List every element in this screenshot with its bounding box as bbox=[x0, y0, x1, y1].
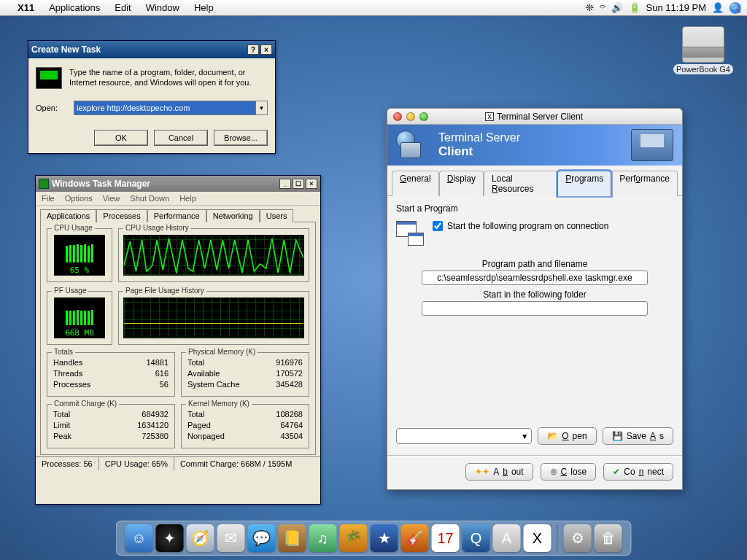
minimize-traffic-button[interactable] bbox=[406, 112, 415, 121]
start-a-program-label: Start a Program bbox=[396, 203, 673, 214]
ok-button[interactable]: OK bbox=[94, 130, 148, 146]
ts-banner: Terminal Server Client bbox=[387, 125, 682, 166]
dock-ichat[interactable]: 💬 bbox=[248, 524, 276, 552]
dock-iphoto[interactable]: 🌴 bbox=[340, 524, 368, 552]
dock-separator bbox=[557, 524, 558, 552]
pf-value: 668 MB bbox=[65, 328, 94, 338]
volume-icon[interactable]: 🔊 bbox=[611, 2, 623, 13]
ts-tab-isplay[interactable]: Display bbox=[439, 171, 484, 196]
profile-combo[interactable]: ▼ bbox=[396, 428, 532, 444]
about-button[interactable]: ✦✦About bbox=[465, 463, 533, 481]
kernel-box: Kernel Memory (K) Total108268 Paged64764… bbox=[181, 404, 309, 448]
tm-menu-options[interactable]: Options bbox=[65, 194, 93, 203]
run-icon bbox=[36, 67, 62, 89]
mac-titlebar[interactable]: XTerminal Server Client bbox=[387, 109, 682, 125]
bluetooth-icon[interactable]: ❊ bbox=[586, 2, 594, 13]
cpu-history-box: CPU Usage History bbox=[118, 228, 309, 282]
close-button[interactable]: × bbox=[260, 44, 272, 55]
dock-system-preferences[interactable]: ⚙ bbox=[564, 524, 592, 552]
run-description: Type the name of a program, folder, docu… bbox=[69, 67, 268, 89]
user-icon[interactable]: 👤 bbox=[712, 2, 724, 13]
dock-quicktime[interactable]: Q bbox=[462, 524, 490, 552]
banner-title1: Terminal Server bbox=[438, 131, 520, 144]
dock-garageband[interactable]: 🎸 bbox=[401, 524, 429, 552]
open-folder-icon: 📂 bbox=[547, 431, 558, 441]
tm-statusbar: Processes: 56 CPU Usage: 65% Commit Char… bbox=[36, 456, 320, 470]
help-button[interactable]: ? bbox=[247, 44, 259, 55]
dock-imovie[interactable]: ★ bbox=[371, 524, 398, 552]
close-button[interactable]: × bbox=[306, 179, 317, 189]
menu-help[interactable]: Help bbox=[187, 2, 221, 13]
start-folder-label: Start in the following folder bbox=[396, 289, 673, 300]
tm-icon bbox=[39, 179, 49, 189]
dock-x11[interactable]: X bbox=[524, 524, 551, 552]
dock-trash[interactable]: 🗑 bbox=[595, 524, 622, 552]
dock-addressbook[interactable]: 📒 bbox=[279, 524, 306, 552]
close-traffic-button[interactable] bbox=[393, 112, 402, 121]
cancel-button[interactable]: Cancel bbox=[154, 130, 208, 146]
banner-title2: Client bbox=[438, 144, 520, 159]
pf-usage-box: PF Usage 668 MB bbox=[47, 291, 112, 345]
minimize-button[interactable]: _ bbox=[279, 179, 291, 189]
tm-menu-view[interactable]: View bbox=[103, 194, 120, 203]
start-folder-input[interactable] bbox=[422, 301, 648, 316]
open-input[interactable] bbox=[74, 101, 256, 115]
physmem-label: Physical Memory (K) bbox=[186, 348, 258, 356]
ts-tab-eneral[interactable]: General bbox=[392, 171, 439, 196]
ts-banner-icon bbox=[396, 131, 430, 160]
desktop-drive[interactable]: PowerBook G4 bbox=[673, 26, 734, 74]
tm-titlebar[interactable]: Windows Task Manager _ ☐ × bbox=[36, 176, 320, 192]
check-icon: ✔ bbox=[613, 467, 620, 477]
start-program-checkbox[interactable]: Start the following program on connectio… bbox=[433, 221, 608, 231]
tab-processes[interactable]: Processes bbox=[96, 209, 147, 222]
tm-menu-shutdown[interactable]: Shut Down bbox=[130, 194, 169, 203]
status-cpu: CPU Usage: 65% bbox=[99, 457, 174, 470]
pf-label: PF Usage bbox=[52, 287, 88, 295]
status-processes: Processes: 56 bbox=[36, 457, 99, 470]
dock-dashboard[interactable]: ✦ bbox=[156, 524, 184, 552]
dialog-titlebar[interactable]: Create New Task ? × bbox=[28, 41, 275, 58]
program-path-input[interactable] bbox=[422, 271, 648, 285]
open-dropdown[interactable]: ▼ bbox=[256, 101, 268, 115]
tm-menu-help[interactable]: Help bbox=[179, 194, 196, 203]
connect-button[interactable]: ✔Connect bbox=[603, 463, 673, 481]
program-path-label: Program path and filename bbox=[396, 259, 673, 269]
browse-button[interactable]: Browse... bbox=[214, 130, 268, 146]
menu-edit[interactable]: Edit bbox=[107, 2, 138, 13]
cpu-label: CPU Usage bbox=[52, 224, 95, 232]
maximize-button[interactable]: ☐ bbox=[293, 179, 304, 189]
x11-icon: X bbox=[485, 112, 494, 121]
dock-itunes[interactable]: ♫ bbox=[309, 524, 337, 552]
battery-icon[interactable]: 🔋 bbox=[629, 2, 640, 13]
programs-icon bbox=[396, 221, 424, 246]
clock[interactable]: Sun 11:19 PM bbox=[646, 2, 706, 13]
app-menu[interactable]: X11 bbox=[10, 2, 42, 13]
banner-computer-icon bbox=[631, 129, 673, 161]
menu-window[interactable]: Window bbox=[139, 2, 187, 13]
drive-label: PowerBook G4 bbox=[673, 64, 733, 74]
close-icon: ⊗ bbox=[550, 467, 557, 477]
start-program-checkbox-input[interactable] bbox=[433, 221, 443, 231]
zoom-traffic-button[interactable] bbox=[419, 112, 428, 121]
commit-box: Commit Charge (K) Total684932 Limit16341… bbox=[47, 404, 175, 448]
ts-tab-rograms[interactable]: Programs bbox=[557, 171, 611, 196]
dock-finder[interactable]: ☺ bbox=[125, 524, 153, 552]
dock-mail[interactable]: ✉ bbox=[217, 524, 245, 552]
ts-tab-esources[interactable]: Local Resources bbox=[484, 171, 557, 196]
tm-menu-file[interactable]: File bbox=[42, 194, 55, 203]
open-label: Open: bbox=[36, 104, 66, 112]
menu-applications[interactable]: Applications bbox=[42, 2, 107, 13]
dock-safari[interactable]: 🧭 bbox=[187, 524, 214, 552]
spotlight-icon[interactable]: 🔍 bbox=[729, 2, 741, 14]
tab-applications[interactable]: Applications bbox=[40, 209, 96, 222]
dock-ical[interactable]: 17 bbox=[432, 524, 460, 552]
close-button[interactable]: ⊗Close bbox=[541, 463, 597, 481]
dock-appleworks[interactable]: A bbox=[493, 524, 521, 552]
wifi-icon[interactable]: ⌔ bbox=[600, 2, 605, 13]
tab-performance[interactable]: Performance bbox=[147, 209, 206, 222]
save-as-button[interactable]: 💾Save As bbox=[603, 427, 673, 445]
tab-networking[interactable]: Networking bbox=[206, 209, 260, 222]
tab-users[interactable]: Users bbox=[260, 209, 294, 222]
ts-tab-rmance[interactable]: Performance bbox=[611, 171, 678, 196]
open-button[interactable]: 📂Open bbox=[538, 427, 596, 445]
